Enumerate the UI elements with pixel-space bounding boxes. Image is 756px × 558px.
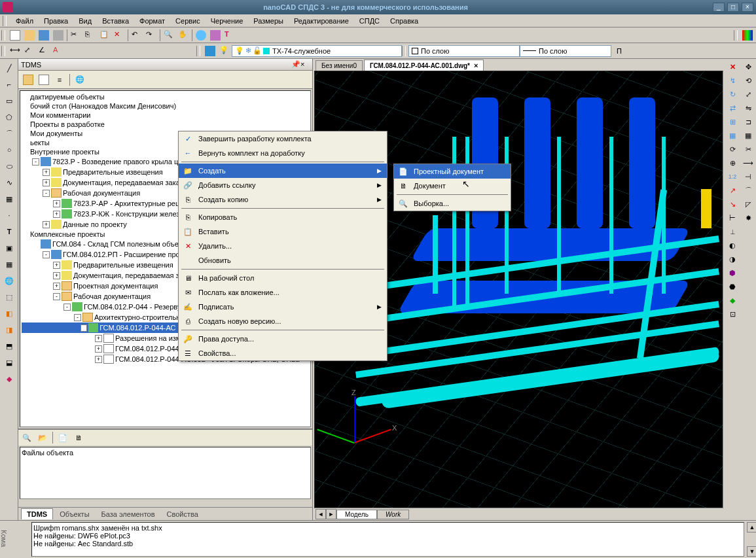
line-tool[interactable]: ╱ [1,60,17,76]
tree-item[interactable]: Мои комментарии [22,111,309,120]
ctx-На рабочий стол[interactable]: 🖥На рабочий стол [179,271,387,285]
offset-tool[interactable]: ⊐ [742,115,755,128]
copy-button[interactable]: ⎘ [83,28,98,43]
file-btn-1[interactable]: 📄 [56,430,70,445]
tree-expander[interactable]: - [43,251,50,258]
close-panel-icon[interactable]: × [300,60,310,69]
misc-tool-2[interactable]: ◧ [1,305,17,321]
paste-button[interactable]: 📋 [98,28,112,43]
circle-tool[interactable]: ○ [1,142,17,158]
cmd-scroll-down[interactable]: ▼ [747,546,756,557]
rtool-11[interactable]: ⟂ [726,225,739,238]
tree-btn-2[interactable] [37,73,51,87]
tree-btn-1[interactable] [21,73,35,87]
tool-c-button[interactable]: T [223,28,237,43]
menu-вид[interactable]: Вид [73,16,97,26]
redo-button[interactable]: ↷ [144,28,158,43]
misc-tool-6[interactable]: ◆ [1,371,17,387]
text-tool[interactable]: T [1,224,17,239]
array-tool[interactable]: ▦ [742,129,755,142]
ctx-Обновить[interactable]: Обновить [179,253,387,268]
tree-expander[interactable]: - [74,314,81,321]
rtool-10[interactable]: ⊢ [726,211,739,224]
delete-button[interactable]: ✕ [112,28,126,43]
dim-text-button[interactable]: A [51,44,65,58]
tree-expander[interactable]: + [95,356,102,363]
rtool-4[interactable]: ⊞ [726,115,739,128]
panel-tab-0[interactable]: TDMS [21,508,53,519]
rect-tool[interactable]: ▭ [1,93,17,109]
hatch-tool[interactable]: ▦ [1,191,17,207]
menu-спдс[interactable]: СПДС [354,16,385,26]
ctx-Добавить ссылку[interactable]: 🔗Добавить ссылку▶ [179,178,387,192]
open-file-button[interactable]: 📂 [35,430,50,445]
polygon-tool[interactable]: ⬠ [1,109,17,125]
menu-размеры[interactable]: Размеры [248,16,289,26]
spline-tool[interactable]: ∿ [1,175,17,190]
dim-linear-button[interactable]: ⟷ [8,44,22,58]
ctx-Создать копию[interactable]: ⎘Создать копию▶ [179,192,387,207]
menu-справка[interactable]: Справка [385,16,423,26]
open-button[interactable] [22,28,37,43]
tree-expander[interactable]: - [43,190,50,197]
point-tool[interactable]: · [1,207,17,223]
globe-tool[interactable]: 🌐 [1,273,17,288]
rtool-16[interactable]: ⬣ [726,280,739,293]
tab-close-icon[interactable]: × [474,61,478,69]
tree-expander[interactable]: - [32,158,39,166]
ctx-Подписать[interactable]: ✍Подписать▶ [179,300,387,314]
tree-expander[interactable]: - [81,324,87,332]
tree-expander[interactable]: + [43,169,50,176]
tree-btn-3[interactable]: ≡ [52,73,67,87]
ctx-Удалить...[interactable]: ✕Удалить... [179,239,387,253]
rtool-5[interactable]: ▦ [726,129,739,142]
palette-button[interactable] [740,28,755,43]
panel-tab-2[interactable]: База элементов [96,509,160,519]
menu-формат[interactable]: Формат [134,16,170,26]
ctx-Послать как вложение...[interactable]: ✉Послать как вложение... [179,285,387,300]
print-button[interactable] [51,28,65,43]
ctx-Свойства...[interactable]: ☰Свойства... [179,346,387,360]
rtool-3[interactable]: ⇄ [726,101,739,114]
fillet-tool[interactable]: ⌒ [742,184,755,197]
arc-tool[interactable]: ⌒ [1,126,17,141]
find-button[interactable]: 🔍 [20,430,34,445]
ctx-Завершить разработку комплекта[interactable]: ✓Завершить разработку комплекта [179,131,387,146]
tree-expander[interactable]: + [43,221,50,228]
cmd-scroll-up[interactable]: ▲ [747,522,756,532]
table-tool[interactable]: ▦ [1,256,17,272]
tree-expander[interactable]: - [53,293,60,300]
scroll-right-button[interactable]: ► [326,509,336,519]
color-combo[interactable]: По слою [408,45,520,57]
file-btn-2[interactable]: 🗎 [71,430,86,445]
menu-вставка[interactable]: Вставка [97,16,134,26]
rtool-close[interactable]: ✕ [726,60,739,73]
model-tab[interactable]: Модель [336,510,377,519]
zoom-button[interactable]: 🔍 [162,28,176,43]
menu-редактирование[interactable]: Редактирование [289,16,354,26]
document-tab[interactable]: ГСМ.084.012.Р-044-АС.001.dwg*× [364,60,484,71]
close-button[interactable]: × [742,3,753,12]
ctx-Создать[interactable]: 📁Создать▶ [179,164,387,178]
rtool-18[interactable]: ⊡ [726,307,739,321]
pin-icon[interactable]: 📌 [291,60,300,69]
menu-черчение[interactable]: Черчение [206,16,249,26]
chamfer-tool[interactable]: ◸ [742,198,755,211]
create-submenu[interactable]: 📄Проектный документ🗎Документ🔍Выборка...↖ [393,164,511,211]
rtool-14[interactable]: ◑ [726,253,739,266]
tree-expander[interactable]: + [53,262,60,269]
ctx-Вставить[interactable]: 📋Вставить [179,224,387,239]
tree-item[interactable]: Проекты в разработке [22,120,309,129]
command-line[interactable]: Шрифm romans.shx заменён на txt.shxНе на… [31,522,744,557]
layer-bulb-icon[interactable]: 💡 [217,44,232,58]
submenu-Документ[interactable]: 🗎Документ [394,179,511,193]
rtool-9[interactable]: ↘ [726,198,739,211]
pan-button[interactable]: ✋ [176,28,190,43]
block-tool[interactable]: ▣ [1,240,17,256]
rtool-6[interactable]: ⟳ [726,143,739,156]
tree-expander[interactable]: + [95,335,102,342]
move-tool[interactable]: ✥ [742,60,755,73]
tree-expander[interactable]: + [53,272,60,279]
scale-tool[interactable]: ⤢ [742,88,755,101]
misc-tool-5[interactable]: ⬓ [1,355,17,370]
